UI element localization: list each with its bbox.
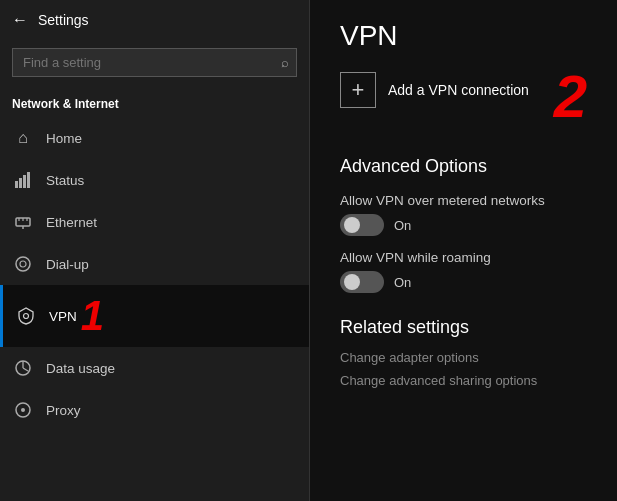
add-vpn-label: Add a VPN connection bbox=[388, 82, 529, 98]
sidebar-item-dialup[interactable]: Dial-up bbox=[0, 243, 309, 285]
proxy-icon bbox=[12, 399, 34, 421]
sidebar-item-label: Status bbox=[46, 173, 84, 188]
sidebar-item-vpn[interactable]: VPN 1 bbox=[0, 285, 309, 347]
related-link-sharing[interactable]: Change advanced sharing options bbox=[340, 373, 587, 388]
roaming-toggle-status: On bbox=[394, 275, 411, 290]
status-icon bbox=[12, 169, 34, 191]
svg-rect-3 bbox=[27, 172, 30, 188]
roaming-toggle[interactable] bbox=[340, 271, 384, 293]
option-roaming-label: Allow VPN while roaming bbox=[340, 250, 587, 265]
settings-title: Settings bbox=[38, 12, 89, 28]
svg-point-14 bbox=[21, 408, 25, 412]
sidebar-item-label: Data usage bbox=[46, 361, 115, 376]
add-vpn-button[interactable]: + Add a VPN connection bbox=[340, 72, 529, 108]
roaming-toggle-thumb bbox=[344, 274, 360, 290]
sidebar-item-label: Dial-up bbox=[46, 257, 89, 272]
metered-toggle-thumb bbox=[344, 217, 360, 233]
sidebar-item-label: VPN bbox=[49, 309, 77, 324]
advanced-options-heading: Advanced Options bbox=[340, 156, 587, 177]
home-icon: ⌂ bbox=[12, 127, 34, 149]
option-metered-toggle-row: On bbox=[340, 214, 587, 236]
search-box: ⌕ bbox=[12, 48, 297, 77]
sidebar: ← Settings ⌕ Network & Internet ⌂ Home S… bbox=[0, 0, 310, 501]
search-icon: ⌕ bbox=[281, 55, 289, 70]
back-button[interactable]: ← bbox=[12, 11, 28, 29]
option-roaming: Allow VPN while roaming On bbox=[340, 250, 587, 293]
dialup-icon bbox=[12, 253, 34, 275]
metered-toggle-status: On bbox=[394, 218, 411, 233]
sidebar-item-proxy[interactable]: Proxy bbox=[0, 389, 309, 431]
svg-point-10 bbox=[20, 261, 26, 267]
vpn-annotation: 1 bbox=[81, 295, 104, 337]
top-bar: ← Settings bbox=[0, 0, 309, 40]
related-settings-heading: Related settings bbox=[340, 317, 587, 338]
sidebar-item-status[interactable]: Status bbox=[0, 159, 309, 201]
option-metered-label: Allow VPN over metered networks bbox=[340, 193, 587, 208]
page-title: VPN bbox=[340, 20, 587, 52]
sidebar-item-home[interactable]: ⌂ Home bbox=[0, 117, 309, 159]
option-roaming-toggle-row: On bbox=[340, 271, 587, 293]
vpn-icon bbox=[15, 305, 37, 327]
add-vpn-plus-icon: + bbox=[340, 72, 376, 108]
section-label: Network & Internet bbox=[0, 85, 309, 117]
ethernet-icon bbox=[12, 211, 34, 233]
sidebar-item-label: Proxy bbox=[46, 403, 81, 418]
data-usage-icon bbox=[12, 357, 34, 379]
main-content: VPN + Add a VPN connection 2 Advanced Op… bbox=[310, 0, 617, 501]
svg-point-11 bbox=[24, 314, 29, 319]
sidebar-item-data-usage[interactable]: Data usage bbox=[0, 347, 309, 389]
svg-rect-0 bbox=[15, 181, 18, 188]
metered-toggle[interactable] bbox=[340, 214, 384, 236]
option-metered: Allow VPN over metered networks On bbox=[340, 193, 587, 236]
annotation-2: 2 bbox=[554, 67, 587, 127]
related-link-adapter[interactable]: Change adapter options bbox=[340, 350, 587, 365]
svg-rect-1 bbox=[19, 178, 22, 188]
sidebar-item-label: Home bbox=[46, 131, 82, 146]
sidebar-item-ethernet[interactable]: Ethernet bbox=[0, 201, 309, 243]
svg-rect-2 bbox=[23, 175, 26, 188]
search-input[interactable] bbox=[12, 48, 297, 77]
back-icon: ← bbox=[12, 11, 28, 29]
sidebar-item-label: Ethernet bbox=[46, 215, 97, 230]
svg-point-9 bbox=[16, 257, 30, 271]
